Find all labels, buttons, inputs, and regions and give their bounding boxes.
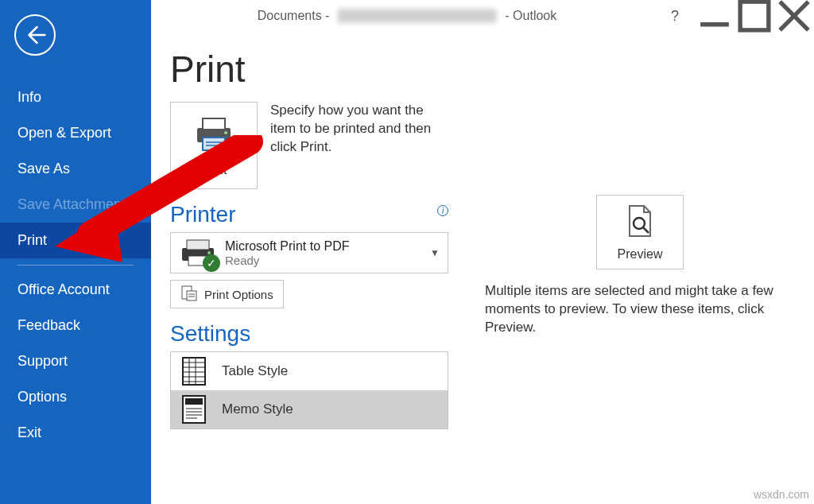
svg-rect-18: [183, 358, 205, 385]
watermark: wsxdn.com: [754, 488, 809, 501]
title-app: - Outlook: [505, 9, 556, 22]
style-table[interactable]: Table Style: [171, 352, 448, 390]
preview-message: Multiple items are selected and might ta…: [485, 282, 795, 337]
svg-rect-27: [185, 398, 203, 405]
printer-select[interactable]: ✓ Microsoft Print to PDF Ready ▼: [170, 232, 448, 273]
style-table-label: Table Style: [222, 363, 288, 379]
print-button[interactable]: Print: [170, 102, 258, 189]
memo-style-icon: [180, 394, 207, 425]
sidebar-item-feedback[interactable]: Feedback: [0, 308, 151, 343]
svg-point-32: [634, 218, 645, 229]
sidebar-item-exit[interactable]: Exit: [0, 415, 151, 451]
print-options-button[interactable]: Print Options: [170, 280, 284, 308]
close-button[interactable]: [774, 0, 814, 32]
svg-rect-6: [203, 138, 225, 150]
style-memo[interactable]: Memo Style: [171, 390, 448, 428]
style-memo-label: Memo Style: [222, 401, 293, 417]
svg-line-33: [643, 227, 649, 233]
sidebar-item-options[interactable]: Options: [0, 379, 151, 415]
table-style-icon: [180, 355, 207, 387]
backstage-sidebar: Info Open & Export Save As Save Attachme…: [0, 0, 151, 504]
sidebar-item-info[interactable]: Info: [0, 79, 151, 115]
back-button[interactable]: [14, 14, 56, 56]
help-button[interactable]: ?: [655, 0, 695, 32]
printer-status: Ready: [225, 254, 349, 267]
svg-rect-11: [187, 240, 209, 250]
sidebar-item-save-attachments: Save Attachments: [0, 187, 151, 223]
printer-icon: [191, 114, 237, 157]
page-title: Print: [170, 48, 795, 91]
print-options-icon: [180, 285, 198, 304]
check-icon: ✓: [203, 254, 220, 272]
print-instruction: Specify how you want the item to be prin…: [270, 102, 437, 157]
svg-rect-1: [740, 2, 769, 30]
print-options-label: Print Options: [204, 288, 273, 301]
window-title: Documents - - Outlook: [258, 9, 557, 24]
sidebar-item-save-as[interactable]: Save As: [0, 151, 151, 187]
preview-pane: Preview Multiple items are selected and …: [485, 195, 795, 337]
minimize-button[interactable]: [695, 0, 735, 32]
printer-heading: Printer: [170, 202, 235, 227]
info-icon[interactable]: i: [437, 205, 448, 216]
sidebar-separator: [17, 265, 134, 266]
svg-point-9: [224, 131, 227, 134]
sidebar-item-office-account[interactable]: Office Account: [0, 272, 151, 308]
title-doc: Documents -: [258, 9, 330, 22]
maximize-button[interactable]: [735, 0, 774, 32]
svg-rect-15: [187, 291, 196, 300]
sidebar-item-print[interactable]: Print: [0, 223, 151, 258]
preview-button[interactable]: Preview: [596, 195, 684, 269]
print-style-list: Table Style Memo Style: [170, 351, 448, 429]
preview-icon: [622, 203, 658, 242]
svg-rect-5: [203, 118, 225, 130]
print-button-label: Print: [201, 163, 227, 177]
chevron-down-icon: ▼: [430, 247, 440, 258]
title-blurred-part: [338, 9, 497, 23]
printer-device-icon: ✓: [179, 237, 217, 269]
printer-name: Microsoft Print to PDF: [225, 239, 349, 254]
sidebar-item-open-export[interactable]: Open & Export: [0, 115, 151, 151]
sidebar-item-support[interactable]: Support: [0, 343, 151, 379]
preview-label: Preview: [618, 247, 663, 262]
